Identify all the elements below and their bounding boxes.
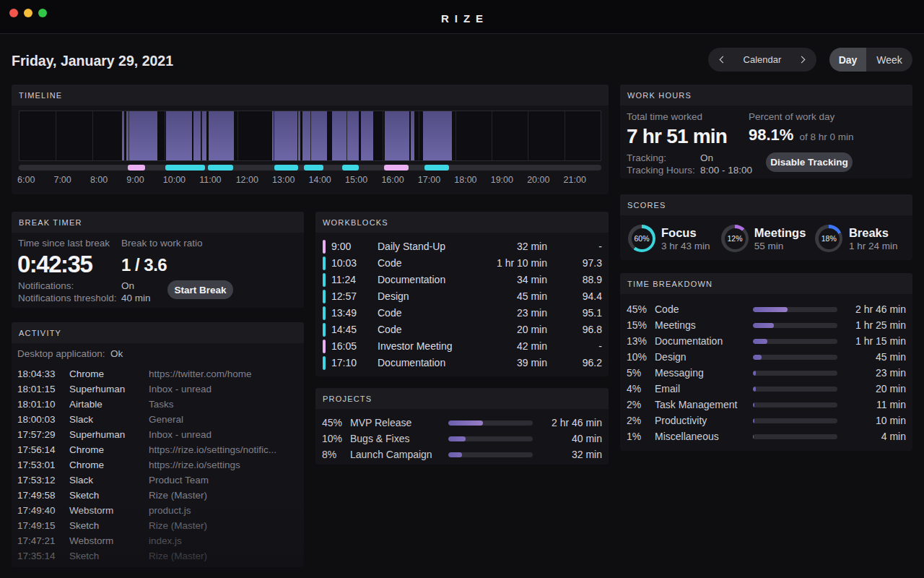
timeline-activity-block[interactable] — [166, 111, 192, 160]
workblock-duration: 39 min — [517, 357, 547, 368]
activity-app: Slack — [69, 414, 93, 425]
chevron-right-icon[interactable] — [798, 56, 806, 64]
page-title-date: Friday, January 29, 2021 — [12, 53, 173, 69]
workblock-duration: 42 min — [517, 340, 547, 352]
activity-row[interactable]: 17:49:40Webstormproduct.js — [12, 503, 304, 518]
breakdown-row[interactable]: 10%Design45 min — [620, 349, 912, 365]
activity-row[interactable]: 17:35:14SketchRize (Master) — [12, 548, 304, 564]
workblock-category-tick — [323, 240, 326, 254]
activity-row[interactable]: 17:49:15SketchRize (Master) — [12, 518, 304, 533]
timeline-activity-block[interactable] — [202, 111, 207, 160]
activity-app: Slack — [69, 475, 93, 486]
tab-day[interactable]: Day — [829, 48, 866, 72]
workblock-row[interactable]: 9:00Daily Stand-Up32 min- — [315, 238, 609, 255]
breakdown-duration: 10 min — [876, 415, 906, 426]
timeline-activity-block[interactable] — [126, 111, 157, 160]
breakdown-bar-fill — [448, 420, 483, 426]
activity-row[interactable]: 18:00:03SlackGeneral — [12, 412, 304, 427]
timeline-hour-label: 10:00 — [163, 175, 186, 185]
timeline-gridline — [419, 111, 419, 160]
workblock-row[interactable]: 16:05Investor Meeting42 min- — [315, 338, 609, 355]
activity-row[interactable]: 17:49:58SketchRize (Master) — [12, 488, 304, 503]
activity-row[interactable]: 17:56:14Chromehttps://rize.io/settings/n… — [12, 442, 304, 457]
activity-row[interactable]: 18:01:10AirtableTasks — [12, 397, 304, 412]
workblock-category-tick — [323, 290, 326, 303]
timeline-session-meeting[interactable] — [128, 165, 144, 171]
breakdown-row[interactable]: 1%Miscellaneous4 min — [620, 428, 912, 444]
workblock-row[interactable]: 10:03Code1 hr 10 min97.3 — [315, 255, 609, 272]
breakdown-duration: 4 min — [881, 431, 906, 442]
activity-row[interactable]: 18:04:33Chromehttps://twitter.com/home — [12, 366, 304, 381]
workblock-score: 88.9 — [583, 274, 602, 285]
activity-time: 17:53:01 — [17, 460, 56, 470]
breakdown-row[interactable]: 4%Email20 min — [620, 381, 912, 397]
workblock-row[interactable]: 11:24Documentation34 min88.9 — [315, 272, 609, 288]
app-window: RIZE Friday, January 29, 2021 Calendar D… — [0, 0, 924, 578]
timeline-gridline — [56, 111, 56, 160]
breakdown-name: Email — [655, 383, 680, 394]
breakdown-row[interactable]: 15%Meetings1 hr 25 min — [620, 317, 912, 333]
workblock-row[interactable]: 14:45Code20 min96.8 — [315, 322, 609, 338]
calendar-button[interactable]: Calendar — [744, 54, 782, 65]
activity-row[interactable]: 17:57:29SuperhumanInbox - unread — [12, 427, 304, 442]
tab-week[interactable]: Week — [866, 48, 912, 72]
timeline-activity-block[interactable] — [193, 111, 201, 160]
score-donut-percent: 18% — [819, 228, 840, 249]
activity-row[interactable]: 17:53:12SlackProduct Team — [12, 473, 304, 488]
timeline-session-meeting[interactable] — [384, 165, 409, 171]
timeline-panel-header: TIMELINE — [12, 85, 609, 105]
breakdown-duration: 11 min — [876, 399, 906, 410]
timeline-panel: TIMELINE 6:007:008:009:0010:0011:0012:00… — [12, 85, 609, 194]
timeline-activity-block[interactable] — [423, 111, 452, 160]
breakdown-row[interactable]: 5%Messaging23 min — [620, 365, 912, 381]
timeline-session-work[interactable] — [342, 165, 359, 171]
chevron-left-icon[interactable] — [720, 56, 727, 64]
timeline-activity-block[interactable] — [411, 111, 414, 160]
activity-row[interactable]: 17:53:01Chromehttps://rize.io/settings — [12, 457, 304, 473]
activity-app: Airtable — [69, 399, 103, 410]
breakdown-name: Design — [655, 351, 687, 363]
timeline-session-work[interactable] — [424, 165, 449, 171]
timeline-session-work[interactable] — [304, 165, 323, 171]
workblock-duration: 20 min — [517, 324, 547, 335]
workblock-row[interactable]: 12:57Design45 min94.4 — [315, 288, 609, 305]
timeline-session-work[interactable] — [274, 165, 298, 171]
activity-row[interactable]: 17:47:21Webstormindex.js — [12, 533, 304, 548]
timeline-activity-block[interactable] — [272, 111, 297, 160]
breakdown-row[interactable]: 13%Documentation1 hr 15 min — [620, 333, 912, 349]
timeline-session-work[interactable] — [208, 165, 233, 171]
timeline-activity-block[interactable] — [361, 111, 373, 160]
workblock-time: 16:05 — [331, 340, 357, 352]
activity-time: 17:49:15 — [17, 520, 56, 531]
activity-row[interactable]: 18:01:15SuperhumanInbox - unread — [12, 381, 304, 397]
start-break-button[interactable]: Start Break — [167, 280, 233, 299]
desktop-app-status: Ok — [110, 348, 123, 359]
timeline-activity-block[interactable] — [298, 111, 300, 160]
timeline-activity-block[interactable] — [122, 111, 124, 160]
breakdown-row[interactable]: 2%Productivity10 min — [620, 413, 912, 428]
breakdown-name: Documentation — [655, 335, 723, 347]
timeline-activity-block[interactable] — [385, 111, 410, 160]
workblock-row[interactable]: 13:49Code23 min95.1 — [315, 305, 609, 322]
breakdown-row[interactable]: 45%Code2 hr 46 min — [620, 301, 912, 317]
breakdown-percent: 10% — [627, 351, 647, 363]
break-ratio-label: Break to work ratio — [121, 238, 203, 249]
activity-detail: https://rize.io/settings/notific... — [149, 444, 276, 455]
timeline-activity-block[interactable] — [302, 111, 326, 160]
timeline-session-work[interactable] — [165, 165, 205, 171]
activity-time: 17:49:58 — [17, 490, 56, 501]
workblock-category-tick — [323, 273, 326, 287]
activity-detail: Inbox - unread — [149, 429, 212, 440]
workblock-row[interactable]: 17:10Documentation39 min96.2 — [315, 355, 609, 371]
breakdown-percent: 13% — [627, 335, 647, 347]
timeline-activity-block[interactable] — [209, 111, 234, 160]
breakdown-row[interactable]: 2%Task Management11 min — [620, 397, 912, 413]
disable-tracking-button[interactable]: Disable Tracking — [766, 152, 853, 172]
timeline-activity-block[interactable] — [332, 111, 359, 160]
tracking-hours-value: 8:00 - 18:00 — [700, 165, 752, 176]
score-name: Meetings — [754, 226, 806, 240]
breakdown-row[interactable]: 8%Launch Campaign32 min — [315, 447, 609, 462]
breakdown-row[interactable]: 45%MVP Release2 hr 46 min — [315, 415, 609, 431]
timeline-chart[interactable] — [19, 111, 601, 161]
breakdown-row[interactable]: 10%Bugs & Fixes40 min — [315, 431, 609, 447]
